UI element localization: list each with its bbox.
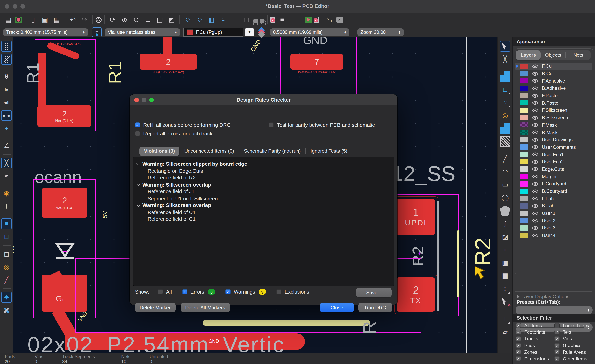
close-button[interactable]: Close (319, 303, 354, 312)
add-table-tool-icon[interactable]: ▦ (500, 270, 510, 281)
layer-row[interactable]: B.Mask (515, 129, 592, 136)
visibility-eye-icon[interactable] (532, 123, 538, 127)
filter-checkbox[interactable] (516, 336, 521, 342)
layer-color-swatch[interactable] (520, 233, 529, 238)
layer-row[interactable]: User.Drawings (515, 136, 592, 143)
layer-color-swatch[interactable] (520, 78, 529, 83)
show-filter-checkbox[interactable] (158, 289, 163, 294)
find-icon[interactable]: A (96, 17, 101, 23)
route-tracks-tool-icon[interactable]: ∟ (500, 84, 510, 95)
pad-outline-icon[interactable]: ◻ (1, 249, 12, 259)
ratsnest-visibility-icon[interactable]: ╳ (1, 158, 12, 168)
visibility-eye-icon[interactable] (532, 174, 538, 179)
preferences-tools-icon[interactable] (1, 305, 12, 316)
layer-color-swatch[interactable] (520, 93, 529, 98)
tab-schematic-parity[interactable]: Schematic Parity (not run) (239, 147, 305, 156)
layer-row[interactable]: User.1 (515, 210, 592, 217)
layer-row[interactable]: F.Mask (515, 121, 592, 129)
track-width-select[interactable]: Track: 0.400 mm (15.75 mils)▲▼ (3, 28, 88, 36)
drc-dialog-titlebar[interactable]: Design Rules Checker (130, 94, 397, 106)
run-drc-button[interactable]: Run DRC (359, 303, 392, 312)
layer-row[interactable]: User.Comments (515, 143, 592, 151)
units-inches-icon[interactable]: in (1, 84, 12, 95)
visibility-eye-icon[interactable] (532, 115, 538, 120)
show-filter-checkbox[interactable] (182, 289, 187, 294)
visibility-eye-icon[interactable] (532, 93, 538, 98)
filter-checkbox[interactable] (516, 350, 521, 355)
layer-color-swatch[interactable] (520, 137, 529, 142)
draw-bezier-tool-icon[interactable]: ʃ (500, 218, 510, 229)
layer-color-swatch[interactable] (520, 108, 529, 113)
zoom-in-icon[interactable]: ⊕ (119, 14, 129, 25)
layer-color-swatch[interactable] (520, 115, 529, 120)
violation-item[interactable]: Segment of U1 on F.Silkscreen (136, 195, 394, 202)
layer-color-swatch[interactable] (520, 64, 529, 69)
visibility-eye-icon[interactable] (532, 182, 538, 186)
zone-outline-icon[interactable]: □ (1, 231, 12, 242)
violation-group-title[interactable]: Warning: Silkscreen overlap (136, 181, 394, 188)
layer-row[interactable]: F.Fab (515, 195, 592, 202)
layer-row[interactable]: B.Fab (515, 202, 592, 210)
layer-color-swatch[interactable] (520, 167, 529, 172)
rule-area-tool-icon[interactable] (500, 136, 510, 147)
layer-color-swatch[interactable] (520, 196, 529, 201)
layer-row[interactable]: F.Adhesive (515, 77, 592, 85)
collapse-chevron-icon[interactable] (136, 203, 140, 207)
print-icon[interactable]: ▣ (40, 14, 50, 25)
parity-checkbox[interactable] (269, 122, 274, 128)
violation-item[interactable]: Reference field of U1 (136, 209, 394, 216)
layer-color-swatch[interactable] (520, 71, 529, 76)
tab-objects[interactable]: Objects (541, 50, 566, 60)
delete-marker-button[interactable]: Delete Marker (135, 303, 175, 312)
layer-row[interactable]: F.Paste (515, 92, 592, 99)
layer-row[interactable]: F.Cu (515, 63, 592, 70)
via-size-select[interactable]: Via: use netclass sizes▲▼ (105, 28, 180, 36)
drc-icon[interactable] (314, 17, 319, 23)
group-icon[interactable]: ⊞ (230, 14, 240, 25)
filter-checkbox[interactable] (516, 323, 521, 328)
report-all-errors-option[interactable]: Report all errors for each track (135, 131, 212, 136)
violation-group-title[interactable]: Warning: Silkscreen overlap (136, 202, 394, 209)
units-mm-icon[interactable]: mm (1, 110, 12, 121)
select-tool-icon[interactable] (500, 41, 510, 51)
polar-coords-icon[interactable]: θ (1, 71, 12, 82)
visibility-eye-icon[interactable] (532, 101, 538, 105)
redo-icon[interactable]: ↷ (79, 14, 90, 25)
show-filter-checkbox[interactable] (276, 289, 282, 294)
unlock-icon[interactable] (260, 19, 264, 23)
save-icon[interactable]: ▤ (3, 14, 13, 25)
footprint-checker-icon[interactable] (270, 16, 276, 23)
rotate-ccw-icon[interactable]: ↺ (183, 14, 193, 25)
layer-color-swatch[interactable] (520, 122, 529, 128)
visibility-eye-icon[interactable] (532, 226, 538, 230)
refresh-icon[interactable]: ⟳ (107, 14, 118, 25)
filter-checkbox[interactable] (554, 323, 560, 328)
tab-layers[interactable]: Layers (516, 50, 541, 60)
collapse-chevron-icon[interactable] (136, 162, 140, 165)
update-pcb-from-schematic-icon[interactable] (305, 17, 312, 23)
footprint-wizard-icon[interactable]: ⊥ (289, 14, 299, 25)
visibility-eye-icon[interactable] (532, 196, 538, 201)
visibility-eye-icon[interactable] (532, 152, 538, 157)
track-outline-icon[interactable]: ╱ (1, 275, 12, 285)
units-mils-icon[interactable]: mil (1, 97, 12, 108)
scripting-console-icon[interactable] (336, 16, 343, 23)
delete-all-markers-button[interactable]: Delete All Markers (180, 303, 230, 312)
dimension-tool-icon[interactable]: ↕ (500, 283, 510, 294)
draw-arc-tool-icon[interactable]: ◠ (500, 166, 510, 177)
visibility-eye-icon[interactable] (532, 137, 538, 142)
layer-row[interactable]: User.2 (515, 217, 592, 224)
flip-vertical-icon[interactable]: ◒ (218, 14, 228, 25)
layer-display-options[interactable]: Layer Display Options (515, 291, 592, 300)
visibility-eye-icon[interactable] (532, 204, 538, 208)
tab-ignored-tests[interactable]: Ignored Tests (5) (306, 147, 352, 156)
save-report-button[interactable]: Save... (356, 288, 391, 297)
filter-checkbox[interactable] (516, 356, 521, 361)
parity-option[interactable]: Test for parity between PCB and schemati… (269, 122, 375, 128)
page-settings-icon[interactable]: ▯ (28, 14, 38, 25)
layer-row[interactable]: B.Silkscreen (515, 114, 592, 121)
zoom-out-icon[interactable]: ⊖ (131, 14, 141, 25)
tab-nets[interactable]: Nets (566, 50, 591, 60)
draw-polygon-tool-icon[interactable] (500, 205, 510, 216)
filter-checkbox[interactable] (554, 356, 560, 361)
